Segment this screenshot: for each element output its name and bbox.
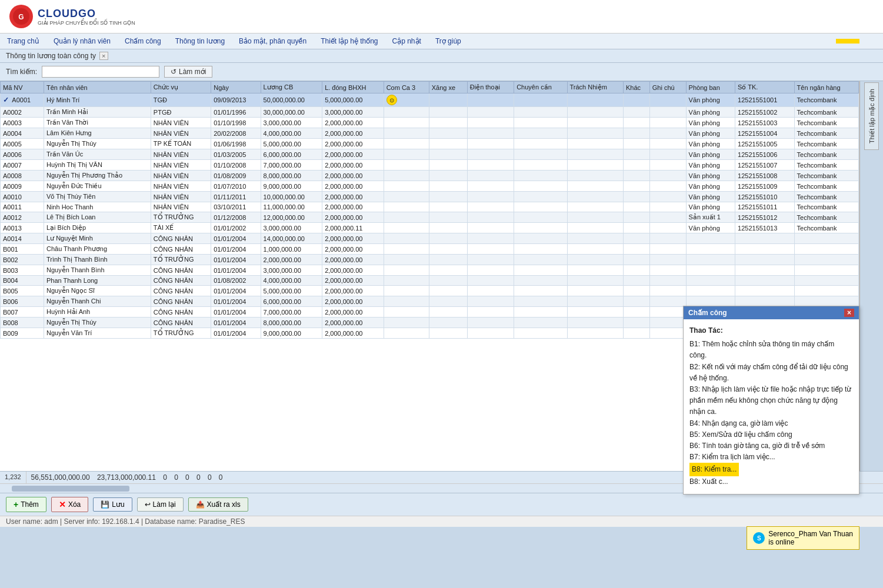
table-row[interactable]: A0013Lại Bích DiệpTÀI XẾ01/01/20023,000,… <box>1 223 859 233</box>
logo-sub: GIẢI PHÁP CHUYỂN ĐỔI SỐ TINH GỌN <box>38 20 135 26</box>
table-row[interactable]: B006Nguyễn Thanh ChiCÔNG NHÂN01/01/20046… <box>1 296 859 307</box>
table-row[interactable]: B002Trình Thị Thanh BìnhTỔ TRƯỞNG01/01/2… <box>1 255 859 265</box>
status-bar: User name: adm | Server info: 192.168.1.… <box>0 516 883 527</box>
col-trach-nhiem: Trách Nhiệm <box>567 82 623 93</box>
nav-cap-nhat[interactable]: Cập nhật <box>385 35 428 48</box>
total-bhxh: 23,713,000,000.11 <box>97 473 156 482</box>
col-ghi-chu: Ghi chú <box>649 82 686 93</box>
col-dien-thoai: Điện thoại <box>467 82 514 93</box>
col-ten-ngan-hang: Tên ngân hàng <box>794 82 858 93</box>
side-tab-thiet-lap[interactable]: Thiết lập mặc định <box>864 82 879 150</box>
export-button[interactable]: 📤 Xuất ra xls <box>188 497 248 512</box>
popup-close-button[interactable]: × <box>844 309 854 317</box>
nav-thong-tin-luong[interactable]: Thông tin lương <box>168 35 232 48</box>
total-khac: 0 <box>219 473 223 482</box>
popup-step-3: B3: Nhập lịch làm việc từ file hoặc nhập… <box>689 384 853 418</box>
nav-tro-giup[interactable]: Trợ giúp <box>428 35 468 48</box>
reset-button[interactable]: ↩ Làm lại <box>137 497 184 512</box>
total-xang: 0 <box>174 473 178 482</box>
reset-icon: ↩ <box>145 500 151 509</box>
nav-quan-ly-nhan-vien[interactable]: Quản lý nhân viên <box>46 35 118 48</box>
search-input[interactable] <box>42 66 159 78</box>
delete-label: Xóa <box>68 500 81 509</box>
nav-bao-mat[interactable]: Bảo mật, phân quyền <box>232 35 314 48</box>
col-bhxh: L. đóng BHXH <box>322 82 384 93</box>
footer-count: 1,232 <box>0 472 26 483</box>
col-khac: Khác <box>623 82 649 93</box>
col-so-tk: Số TK. <box>735 82 795 93</box>
table-row[interactable]: A0010Võ Thị Thúy TiênNHÂN VIÊN01/11/2011… <box>1 192 859 202</box>
side-panel: Thiết lập mặc định <box>859 81 883 471</box>
total-com3: 0 <box>163 473 167 482</box>
svg-text:G: G <box>18 13 24 21</box>
add-button[interactable]: + Thêm <box>6 497 46 512</box>
table-row[interactable]: A0006Trần Văn ÚcNHÂN VIÊN01/03/20056,000… <box>1 149 859 160</box>
logo-text: CLOUDGO GIẢI PHÁP CHUYỂN ĐỔI SỐ TINH GỌN <box>38 8 135 26</box>
col-ten-nv: Tên nhân viên <box>44 82 151 93</box>
popup-title: Chấm công <box>688 309 727 317</box>
col-ngay: Ngày <box>211 82 261 93</box>
table-row[interactable]: A0005Nguyễn Thị ThúyTP KẾ TOÁN01/06/1998… <box>1 139 859 149</box>
popup-step-2: B2: Kết nối với máy chấm công để tải dữ … <box>689 362 853 384</box>
table-row[interactable]: B001Châu Thanh PhươngCÔNG NHÂN01/01/2004… <box>1 244 859 255</box>
col-com-ca3: Com Ca 3 <box>384 82 429 93</box>
table-row[interactable]: B004Phan Thanh LongCÔNG NHÂN01/08/20024,… <box>1 276 859 286</box>
col-chuyen-can: Chuyên cần <box>514 82 567 93</box>
table-row[interactable]: A0004Lâm Kiên HưngNHÂN VIÊN20/02/20084,0… <box>1 128 859 139</box>
breadcrumb-text: Thông tin lương toàn công ty <box>6 52 96 60</box>
delete-icon: ✕ <box>59 500 66 509</box>
logo-icon: G <box>9 5 33 28</box>
save-icon: 💾 <box>101 500 109 509</box>
nav-thiet-lap[interactable]: Thiết lập hệ thống <box>314 35 385 48</box>
table-row[interactable]: B003Nguyễn Thanh BìnhCÔNG NHÂN01/01/2004… <box>1 265 859 276</box>
table-row[interactable]: A0007Huỳnh Thị Thị VÂNNHÂN VIÊN01/10/200… <box>1 160 859 171</box>
skype-notification: S Serenco_Pham Van Thuan is online <box>747 526 859 550</box>
add-label: Thêm <box>21 500 39 509</box>
popup-step-4: B4: Nhận dạng ca, giờ làm việc <box>689 418 853 429</box>
total-luong: 56,551,000,000.00 <box>31 473 90 482</box>
breadcrumb-close-btn[interactable]: × <box>99 52 108 60</box>
salary-table: Mã NV Tên nhân viên Chức vụ Ngày Lương C… <box>0 81 859 339</box>
breadcrumb: Thông tin lương toàn công ty × <box>0 49 883 63</box>
popup-step-5: B5: Xem/Sửa dữ liệu chấm công <box>689 429 853 440</box>
popup-step-7: B7: Kiểm tra lịch làm việc... <box>689 452 853 463</box>
skype-status: is online <box>768 538 794 546</box>
delete-button[interactable]: ✕ Xóa <box>51 497 88 512</box>
cham-cong-popup: Chấm công × Thao Tác: B1: Thêm hoặc chỉn… <box>683 306 859 495</box>
table-row[interactable]: A0009Nguyễn Đức ThiềuNHÂN VIÊN01/07/2010… <box>1 181 859 192</box>
nav-cham-cong[interactable]: Chấm công <box>118 35 168 48</box>
skype-user-name: Serenco_Pham Van Thuan <box>768 530 853 538</box>
total-dt: 0 <box>185 473 189 482</box>
table-row[interactable]: A0008Nguyễn Thị Phương ThảoNHÂN VIÊN01/0… <box>1 171 859 181</box>
total-tn: 0 <box>208 473 212 482</box>
header: G CLOUDGO GIẢI PHÁP CHUYỂN ĐỔI SỐ TINH G… <box>0 0 883 34</box>
refresh-icon: ↺ <box>171 68 176 76</box>
save-button[interactable]: 💾 Lưu <box>93 497 132 512</box>
col-xang-xe: Xăng xe <box>429 82 467 93</box>
searchbar: Tìm kiếm: ↺ Làm mới <box>0 63 883 81</box>
nav-trang-chu[interactable]: Trang chủ <box>0 35 46 48</box>
table-row[interactable]: A0014Lư Nguyệt MinhCÔNG NHÂN01/01/200414… <box>1 233 859 244</box>
skype-icon: S <box>753 532 765 544</box>
refresh-button[interactable]: ↺ Làm mới <box>164 66 212 78</box>
add-icon: + <box>14 500 18 509</box>
table-row[interactable]: A0003Trần Văn ThờiNHÂN VIÊN01/10/19983,0… <box>1 118 859 128</box>
nav-right-area <box>836 39 859 44</box>
col-luong-cb: Lương CB <box>261 82 322 93</box>
reset-label: Làm lại <box>153 500 176 509</box>
table-row[interactable]: A0002Trần Minh HảiPTGĐ01/01/199630,000,0… <box>1 107 859 118</box>
skype-notif-text: Serenco_Pham Van Thuan is online <box>768 530 853 546</box>
table-row[interactable]: A0012Lê Thị Bích LoanTỔ TRƯỞNG01/12/2008… <box>1 212 859 223</box>
search-label: Tìm kiếm: <box>6 68 37 76</box>
table-row[interactable]: ✓ A0001Hý Minh TríTGĐ09/09/201350,000,00… <box>1 93 859 107</box>
popup-step-1: B1: Thêm hoặc chỉnh sửa thông tin máy ch… <box>689 339 853 361</box>
table-row[interactable]: A0011Ninh Hoc ThanhNHÂN VIÊN03/10/201111… <box>1 202 859 212</box>
export-label: Xuất ra xls <box>207 500 241 509</box>
col-ma-nv: Mã NV <box>1 82 44 93</box>
table-row[interactable]: B005Nguyễn Ngọc SĩCÔNG NHÂN01/01/20045,0… <box>1 286 859 296</box>
action-bar: + Thêm ✕ Xóa 💾 Lưu ↩ Làm lại 📤 Xuất ra x… <box>0 493 883 516</box>
logo-name: CLOUDGO <box>38 8 135 20</box>
col-phong-ban: Phòng ban <box>686 82 735 93</box>
status-text: User name: adm | Server info: 192.168.1.… <box>6 517 245 526</box>
popup-header: Chấm công × <box>684 306 859 319</box>
